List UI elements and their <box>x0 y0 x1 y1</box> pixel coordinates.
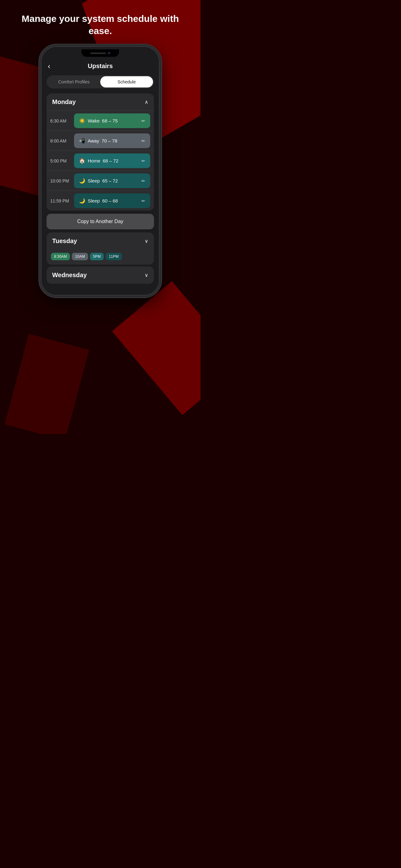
edit-icon[interactable]: ✏ <box>141 118 145 123</box>
time-label: 5:00 PM <box>50 158 72 163</box>
time-label: 6:30 AM <box>50 118 72 123</box>
monday-title: Monday <box>52 98 76 105</box>
time-label: 11:59 PM <box>50 198 72 204</box>
away-icon: 📲 <box>79 138 85 144</box>
edit-icon[interactable]: ✏ <box>141 198 145 204</box>
tuesday-title: Tuesday <box>52 238 77 245</box>
phone-frame: ‹ Upstairs Comfort Profiles Schedule Mon… <box>41 46 160 296</box>
headline-text: Manage your system schedule with ease. <box>0 0 201 46</box>
notch-camera <box>108 52 110 54</box>
table-row: 8:00 AM 📲 Away 70 – 78 ✏ <box>46 131 154 151</box>
phone-screen: ‹ Upstairs Comfort Profiles Schedule Mon… <box>41 59 159 295</box>
phone-notch <box>81 50 119 57</box>
list-item: 11PM <box>106 253 122 260</box>
tab-switcher: Comfort Profiles Schedule <box>46 75 154 88</box>
tuesday-header[interactable]: Tuesday ∨ <box>46 232 154 250</box>
table-row: 5:00 PM 🏠 Home 68 – 72 ✏ <box>46 151 154 170</box>
profile-badge-away[interactable]: 📲 Away 70 – 78 ✏ <box>74 133 150 148</box>
back-button[interactable]: ‹ <box>48 62 50 71</box>
tab-schedule[interactable]: Schedule <box>100 76 153 88</box>
wednesday-chevron: ∨ <box>144 272 148 278</box>
sleep-icon: 🌙 <box>79 198 85 204</box>
edit-icon[interactable]: ✏ <box>141 158 145 163</box>
time-label: 8:00 AM <box>50 138 72 144</box>
profile-badge-home[interactable]: 🏠 Home 68 – 72 ✏ <box>74 153 150 168</box>
profile-badge-sleep2[interactable]: 🌙 Sleep 60 – 68 ✏ <box>74 193 150 208</box>
tuesday-chips-container: 8:30AM 10AM 5PM 11PM <box>46 250 154 265</box>
edit-icon[interactable]: ✏ <box>141 138 145 144</box>
wednesday-header[interactable]: Wednesday ∨ <box>46 267 154 284</box>
profile-temp: 65 – 72 <box>102 178 118 183</box>
badge-left: 🌙 Sleep 65 – 72 <box>79 178 118 184</box>
list-item: 5PM <box>90 253 104 260</box>
profile-temp: 68 – 72 <box>103 158 119 163</box>
profile-temp: 68 – 75 <box>102 118 118 123</box>
badge-left: 📲 Away 70 – 78 <box>79 138 117 144</box>
profile-temp: 70 – 78 <box>101 138 117 144</box>
list-item: 8:30AM <box>51 253 70 260</box>
profile-name: Sleep <box>88 198 100 204</box>
sleep-icon: 🌙 <box>79 178 85 184</box>
profile-badge-wake[interactable]: ☀️ Wake 68 – 75 ✏ <box>74 114 150 128</box>
wednesday-section: Wednesday ∨ <box>46 267 154 284</box>
tuesday-chevron: ∨ <box>144 238 148 244</box>
profile-name: Wake <box>88 118 100 123</box>
profile-temp: 60 – 68 <box>102 198 118 204</box>
profile-name: Sleep <box>88 178 100 183</box>
monday-header[interactable]: Monday ∧ <box>46 93 154 111</box>
monday-section: Monday ∧ 6:30 AM ☀️ Wake 68 – 75 ✏ <box>46 93 154 211</box>
nav-bar: ‹ Upstairs <box>41 59 159 73</box>
tab-comfort-profiles[interactable]: Comfort Profiles <box>47 76 100 88</box>
table-row: 6:30 AM ☀️ Wake 68 – 75 ✏ <box>46 111 154 131</box>
phone-notch-area <box>41 47 159 59</box>
time-chips: 8:30AM 10AM 5PM 11PM <box>51 253 149 260</box>
badge-left: ☀️ Wake 68 – 75 <box>79 118 118 124</box>
tuesday-section: Tuesday ∨ 8:30AM 10AM 5PM 11PM <box>46 232 154 265</box>
list-item: 10AM <box>72 253 88 260</box>
wednesday-title: Wednesday <box>52 272 87 279</box>
badge-left: 🌙 Sleep 60 – 68 <box>79 198 118 204</box>
notch-speaker <box>90 53 106 54</box>
page-title: Upstairs <box>88 62 113 70</box>
table-row: 10:00 PM 🌙 Sleep 65 – 72 ✏ <box>46 170 154 191</box>
monday-chevron: ∧ <box>144 99 148 105</box>
wake-icon: ☀️ <box>79 118 85 124</box>
time-label: 10:00 PM <box>50 178 72 183</box>
copy-to-another-day-button[interactable]: Copy to Another Day <box>46 214 154 229</box>
badge-left: 🏠 Home 68 – 72 <box>79 158 119 164</box>
edit-icon[interactable]: ✏ <box>141 178 145 183</box>
profile-name: Home <box>88 158 100 163</box>
home-icon: 🏠 <box>79 158 85 164</box>
phone-container: ‹ Upstairs Comfort Profiles Schedule Mon… <box>0 46 201 308</box>
table-row: 11:59 PM 🌙 Sleep 60 – 68 ✏ <box>46 191 154 211</box>
profile-badge-sleep1[interactable]: 🌙 Sleep 65 – 72 ✏ <box>74 174 150 188</box>
profile-name: Away <box>88 138 99 144</box>
